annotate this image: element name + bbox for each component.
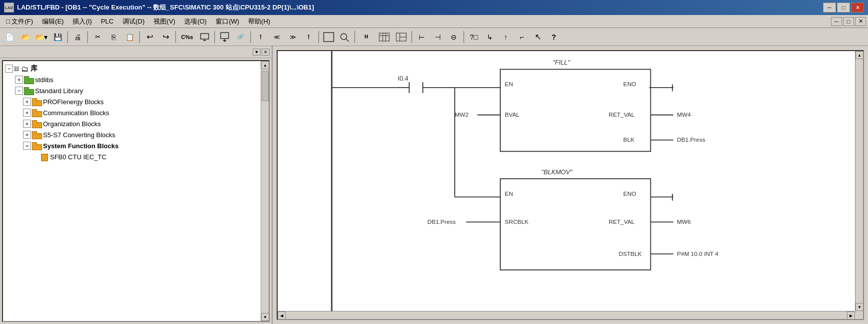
close-button[interactable]: ✕ xyxy=(851,3,864,13)
fill-blk-port: BLK xyxy=(623,136,634,143)
scroll-down-arrow[interactable]: ▼ xyxy=(261,313,269,321)
undo-button[interactable]: ↩ xyxy=(142,30,157,44)
svg-rect-3 xyxy=(221,33,229,39)
q-btn[interactable]: ?□ xyxy=(466,30,481,44)
go-online-btn[interactable]: 🔗 xyxy=(233,30,248,44)
sep2 xyxy=(87,31,88,43)
menu-plc[interactable]: PLC xyxy=(97,17,118,26)
arrow-out-btn[interactable]: ↳ xyxy=(482,30,497,44)
expand-stdlib[interactable]: − xyxy=(15,87,23,95)
open-button[interactable]: 📂 xyxy=(18,30,33,44)
sep3 xyxy=(139,31,140,43)
expand-stdlibs[interactable]: + xyxy=(15,76,23,84)
menu-file[interactable]: □ 文件(F) xyxy=(2,16,37,27)
fill-mw2-label: MW2 xyxy=(455,111,469,118)
menu-debug[interactable]: 调试(D) xyxy=(119,16,149,27)
expand-communication[interactable]: + xyxy=(23,109,31,117)
expand-organization[interactable]: + xyxy=(23,120,31,128)
tree-node-profienergy[interactable]: + PROFIenergy Blocks xyxy=(5,96,267,107)
left-panel: ▼ ✕ − ⊟ 🗂 库 + xyxy=(0,46,273,324)
inner-minimize-btn[interactable]: ─ xyxy=(831,17,842,26)
tree-node-root[interactable]: − ⊟ 🗂 库 xyxy=(5,63,267,74)
expand-root[interactable]: − xyxy=(5,65,13,73)
corner-btn[interactable]: ⌐ xyxy=(514,30,529,44)
right-scroll-h[interactable]: ◀ ▶ xyxy=(278,311,855,319)
prev-btn[interactable]: ≪ xyxy=(269,30,284,44)
inner-close-btn[interactable]: ✕ xyxy=(855,17,866,26)
align-right-btn[interactable]: ⊣ xyxy=(430,30,445,44)
panel-close-btn[interactable]: ✕ xyxy=(262,49,270,56)
blkmov-dstblk-port: DSTBLK xyxy=(619,250,642,257)
cursor-btn[interactable]: ↖ xyxy=(530,30,545,44)
leaf-spacer xyxy=(31,153,39,161)
excl-btn[interactable]: ! xyxy=(301,30,316,44)
print-button[interactable]: 🖨 xyxy=(70,30,85,44)
save-button[interactable]: 💾 xyxy=(50,30,65,44)
inner-restore-btn[interactable]: □ xyxy=(843,17,854,26)
download-btn[interactable] xyxy=(217,30,232,44)
right-scroll-up[interactable]: ▲ xyxy=(855,51,863,59)
menu-help[interactable]: 帮助(H) xyxy=(244,16,274,27)
grid-btn[interactable] xyxy=(393,30,409,44)
tree-node-stdlibs[interactable]: + stdlibs xyxy=(5,74,267,85)
folder-profienergy-icon xyxy=(32,98,41,105)
cut-button[interactable]: ✂ xyxy=(90,30,105,44)
zoom-btn[interactable] xyxy=(337,30,352,44)
tree-scrollbar[interactable]: ▲ ▼ xyxy=(261,61,269,321)
interface-btn[interactable]: C%s xyxy=(178,30,196,44)
fill-db1-label: DB1.Press xyxy=(677,136,705,143)
scroll-thumb[interactable] xyxy=(262,71,269,101)
blkmov-mw6-label: MW6 xyxy=(677,218,691,225)
tree-node-stdlib[interactable]: − Standard Library xyxy=(5,85,267,96)
menu-window[interactable]: 窗口(W) xyxy=(212,16,243,27)
tree-node-sfb0[interactable]: SFB0 CTU IEC_TC xyxy=(5,151,267,162)
tree-node-organization[interactable]: + Organization Blocks xyxy=(5,118,267,129)
new-button[interactable]: 📄 xyxy=(2,30,17,44)
tree-node-sysfunction[interactable]: − System Function Blocks xyxy=(5,140,267,151)
next-btn[interactable]: ≫ xyxy=(285,30,300,44)
paste-button[interactable]: 📋 xyxy=(122,30,137,44)
circle-btn[interactable]: ⊖ xyxy=(446,30,461,44)
expand-s5s7[interactable]: + xyxy=(23,131,31,139)
right-scroll-down[interactable]: ▼ xyxy=(855,303,863,311)
right-scroll-right[interactable]: ▶ xyxy=(847,311,855,319)
s5s7-label: S5-S7 Converting Blocks xyxy=(43,131,116,139)
svg-rect-9 xyxy=(379,33,389,41)
hho-btn[interactable]: H xyxy=(357,30,375,44)
expand-sysfunction[interactable]: − xyxy=(23,142,31,150)
svg-marker-5 xyxy=(223,40,227,42)
sysfunction-label: System Function Blocks xyxy=(43,142,119,150)
tree-node-s5s7[interactable]: + S5-S7 Converting Blocks xyxy=(5,129,267,140)
ladder-diagram-svg: I0.4 xyxy=(278,51,855,311)
not-btn[interactable]: ! xyxy=(253,30,268,44)
menu-view[interactable]: 视图(V) xyxy=(150,16,179,27)
help-btn[interactable]: ? xyxy=(546,30,561,44)
menu-insert[interactable]: 插入(I) xyxy=(69,16,96,27)
right-scroll-v[interactable]: ▲ ▼ xyxy=(855,51,863,311)
align-left-btn[interactable]: ⊢ xyxy=(414,30,429,44)
fill-retval-port: RET_VAL xyxy=(609,111,635,118)
tree-node-communication[interactable]: + Communication Blocks xyxy=(5,107,267,118)
arrow-up-btn[interactable]: ↑ xyxy=(498,30,513,44)
redo-button[interactable]: ↪ xyxy=(158,30,173,44)
table-btn[interactable] xyxy=(376,30,392,44)
toolbar: 📄 📂 📂▾ 💾 🖨 ✂ ⎘ 📋 ↩ ↪ C%s 🔗 ! ≪ ≫ ! H ⊢ ⊣… xyxy=(0,28,868,46)
scroll-up-arrow[interactable]: ▲ xyxy=(261,61,269,69)
menu-bar-right: ─ □ ✕ xyxy=(831,17,866,26)
open-arrow-button[interactable]: 📂▾ xyxy=(34,30,49,44)
expand-profienergy[interactable]: + xyxy=(23,98,31,106)
tree-scroll: − ⊟ 🗂 库 + stdlibs − xyxy=(3,61,269,321)
right-scroll-left[interactable]: ◀ xyxy=(278,311,286,319)
sep7 xyxy=(318,31,319,43)
monitor-btn[interactable] xyxy=(197,30,212,44)
window-btn[interactable] xyxy=(321,30,336,44)
menu-options[interactable]: 选项(O) xyxy=(180,16,211,27)
menu-edit[interactable]: 编辑(E) xyxy=(38,16,68,27)
copy-button[interactable]: ⎘ xyxy=(106,30,121,44)
maximize-button[interactable]: □ xyxy=(837,3,850,13)
fill-bval-label: BVAL xyxy=(505,111,520,118)
blkmov-db1-label: DB1.Press xyxy=(427,218,456,225)
minimize-button[interactable]: ─ xyxy=(823,3,836,13)
svg-rect-0 xyxy=(201,34,209,39)
panel-minimize-btn[interactable]: ▼ xyxy=(253,49,261,56)
